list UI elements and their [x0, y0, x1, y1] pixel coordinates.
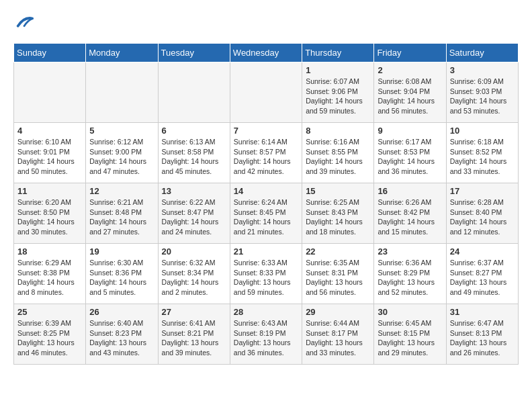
day-number: 8	[306, 126, 370, 136]
day-info: Sunrise: 6:30 AM Sunset: 8:36 PM Dayligh…	[89, 258, 154, 298]
calendar-cell	[158, 62, 230, 123]
day-info: Sunrise: 6:18 AM Sunset: 8:52 PM Dayligh…	[450, 137, 515, 177]
day-number: 2	[378, 65, 442, 75]
day-number: 27	[162, 307, 226, 317]
day-info: Sunrise: 6:26 AM Sunset: 8:42 PM Dayligh…	[378, 197, 442, 237]
day-number: 29	[306, 307, 370, 317]
calendar-cell: 12Sunrise: 6:21 AM Sunset: 8:48 PM Dayli…	[86, 183, 158, 244]
day-info: Sunrise: 6:17 AM Sunset: 8:53 PM Dayligh…	[378, 137, 442, 177]
logo-icon	[15, 13, 34, 32]
day-info: Sunrise: 6:37 AM Sunset: 8:27 PM Dayligh…	[450, 258, 515, 298]
day-info: Sunrise: 6:40 AM Sunset: 8:23 PM Dayligh…	[89, 318, 154, 358]
day-info: Sunrise: 6:29 AM Sunset: 8:38 PM Dayligh…	[17, 258, 82, 298]
day-info: Sunrise: 6:39 AM Sunset: 8:25 PM Dayligh…	[17, 318, 82, 358]
day-info: Sunrise: 6:33 AM Sunset: 8:33 PM Dayligh…	[234, 258, 298, 298]
calendar-cell: 14Sunrise: 6:24 AM Sunset: 8:45 PM Dayli…	[230, 183, 302, 244]
calendar-cell	[230, 62, 302, 123]
day-number: 30	[378, 307, 442, 317]
day-number: 24	[450, 246, 515, 257]
day-info: Sunrise: 6:47 AM Sunset: 8:13 PM Dayligh…	[450, 318, 515, 358]
calendar-cell: 13Sunrise: 6:22 AM Sunset: 8:47 PM Dayli…	[158, 183, 230, 244]
day-info: Sunrise: 6:35 AM Sunset: 8:31 PM Dayligh…	[306, 258, 370, 298]
day-number: 25	[17, 307, 82, 317]
day-info: Sunrise: 6:20 AM Sunset: 8:50 PM Dayligh…	[17, 197, 82, 237]
day-number: 5	[89, 126, 154, 136]
day-number: 16	[378, 186, 442, 196]
calendar-cell: 2Sunrise: 6:08 AM Sunset: 9:04 PM Daylig…	[374, 62, 446, 123]
calendar-cell	[86, 62, 158, 123]
weekday-header-friday: Friday	[374, 44, 446, 62]
calendar-cell: 16Sunrise: 6:26 AM Sunset: 8:42 PM Dayli…	[374, 183, 446, 244]
day-number: 9	[378, 126, 442, 136]
day-info: Sunrise: 6:45 AM Sunset: 8:15 PM Dayligh…	[378, 318, 442, 358]
day-number: 22	[306, 246, 370, 257]
calendar-cell: 24Sunrise: 6:37 AM Sunset: 8:27 PM Dayli…	[446, 244, 518, 304]
day-number: 6	[162, 126, 226, 136]
day-info: Sunrise: 6:41 AM Sunset: 8:21 PM Dayligh…	[162, 318, 226, 358]
calendar-cell: 18Sunrise: 6:29 AM Sunset: 8:38 PM Dayli…	[14, 244, 86, 304]
day-info: Sunrise: 6:13 AM Sunset: 8:58 PM Dayligh…	[162, 137, 226, 177]
calendar-cell: 27Sunrise: 6:41 AM Sunset: 8:21 PM Dayli…	[158, 304, 230, 365]
week-row-5: 25Sunrise: 6:39 AM Sunset: 8:25 PM Dayli…	[14, 304, 519, 365]
calendar-cell: 11Sunrise: 6:20 AM Sunset: 8:50 PM Dayli…	[14, 183, 86, 244]
logo	[13, 13, 34, 36]
days-of-week-row: SundayMondayTuesdayWednesdayThursdayFrid…	[14, 44, 519, 62]
week-row-3: 11Sunrise: 6:20 AM Sunset: 8:50 PM Dayli…	[14, 183, 519, 244]
day-info: Sunrise: 6:28 AM Sunset: 8:40 PM Dayligh…	[450, 197, 515, 237]
week-row-1: 1Sunrise: 6:07 AM Sunset: 9:06 PM Daylig…	[14, 62, 519, 123]
calendar-cell: 3Sunrise: 6:09 AM Sunset: 9:03 PM Daylig…	[446, 62, 518, 123]
page-header	[13, 13, 519, 36]
calendar-table: SundayMondayTuesdayWednesdayThursdayFrid…	[13, 43, 519, 365]
day-number: 1	[306, 65, 370, 75]
day-number: 23	[378, 246, 442, 257]
day-info: Sunrise: 6:32 AM Sunset: 8:34 PM Dayligh…	[162, 258, 226, 298]
calendar-cell: 8Sunrise: 6:16 AM Sunset: 8:55 PM Daylig…	[302, 123, 374, 183]
calendar-cell: 19Sunrise: 6:30 AM Sunset: 8:36 PM Dayli…	[86, 244, 158, 304]
calendar-cell: 22Sunrise: 6:35 AM Sunset: 8:31 PM Dayli…	[302, 244, 374, 304]
calendar-cell: 9Sunrise: 6:17 AM Sunset: 8:53 PM Daylig…	[374, 123, 446, 183]
day-number: 19	[89, 246, 154, 257]
calendar-cell: 1Sunrise: 6:07 AM Sunset: 9:06 PM Daylig…	[302, 62, 374, 123]
weekday-header-sunday: Sunday	[14, 44, 86, 62]
weekday-header-saturday: Saturday	[446, 44, 518, 62]
calendar-cell: 21Sunrise: 6:33 AM Sunset: 8:33 PM Dayli…	[230, 244, 302, 304]
calendar-cell: 31Sunrise: 6:47 AM Sunset: 8:13 PM Dayli…	[446, 304, 518, 365]
day-info: Sunrise: 6:12 AM Sunset: 9:00 PM Dayligh…	[89, 137, 154, 177]
day-info: Sunrise: 6:16 AM Sunset: 8:55 PM Dayligh…	[306, 137, 370, 177]
day-number: 18	[17, 246, 82, 257]
calendar-cell: 15Sunrise: 6:25 AM Sunset: 8:43 PM Dayli…	[302, 183, 374, 244]
day-info: Sunrise: 6:09 AM Sunset: 9:03 PM Dayligh…	[450, 77, 515, 116]
day-info: Sunrise: 6:07 AM Sunset: 9:06 PM Dayligh…	[306, 77, 370, 116]
calendar-cell	[14, 62, 86, 123]
day-info: Sunrise: 6:25 AM Sunset: 8:43 PM Dayligh…	[306, 197, 370, 237]
day-info: Sunrise: 6:43 AM Sunset: 8:19 PM Dayligh…	[234, 318, 298, 358]
calendar-cell: 23Sunrise: 6:36 AM Sunset: 8:29 PM Dayli…	[374, 244, 446, 304]
calendar-cell: 10Sunrise: 6:18 AM Sunset: 8:52 PM Dayli…	[446, 123, 518, 183]
day-number: 4	[17, 126, 82, 136]
calendar-cell: 17Sunrise: 6:28 AM Sunset: 8:40 PM Dayli…	[446, 183, 518, 244]
weekday-header-thursday: Thursday	[302, 44, 374, 62]
day-number: 10	[450, 126, 515, 136]
day-number: 11	[17, 186, 82, 196]
calendar-cell: 4Sunrise: 6:10 AM Sunset: 9:01 PM Daylig…	[14, 123, 86, 183]
calendar-cell: 25Sunrise: 6:39 AM Sunset: 8:25 PM Dayli…	[14, 304, 86, 365]
day-info: Sunrise: 6:10 AM Sunset: 9:01 PM Dayligh…	[17, 137, 82, 177]
day-number: 21	[234, 246, 298, 257]
day-number: 28	[234, 307, 298, 317]
day-number: 31	[450, 307, 515, 317]
calendar-cell: 30Sunrise: 6:45 AM Sunset: 8:15 PM Dayli…	[374, 304, 446, 365]
day-info: Sunrise: 6:21 AM Sunset: 8:48 PM Dayligh…	[89, 197, 154, 237]
day-number: 17	[450, 186, 515, 196]
day-info: Sunrise: 6:24 AM Sunset: 8:45 PM Dayligh…	[234, 197, 298, 237]
calendar-cell: 28Sunrise: 6:43 AM Sunset: 8:19 PM Dayli…	[230, 304, 302, 365]
week-row-4: 18Sunrise: 6:29 AM Sunset: 8:38 PM Dayli…	[14, 244, 519, 304]
calendar-cell: 5Sunrise: 6:12 AM Sunset: 9:00 PM Daylig…	[86, 123, 158, 183]
day-number: 15	[306, 186, 370, 196]
day-number: 26	[89, 307, 154, 317]
weekday-header-monday: Monday	[86, 44, 158, 62]
day-number: 20	[162, 246, 226, 257]
day-info: Sunrise: 6:36 AM Sunset: 8:29 PM Dayligh…	[378, 258, 442, 298]
day-number: 7	[234, 126, 298, 136]
calendar-cell: 26Sunrise: 6:40 AM Sunset: 8:23 PM Dayli…	[86, 304, 158, 365]
day-number: 14	[234, 186, 298, 196]
